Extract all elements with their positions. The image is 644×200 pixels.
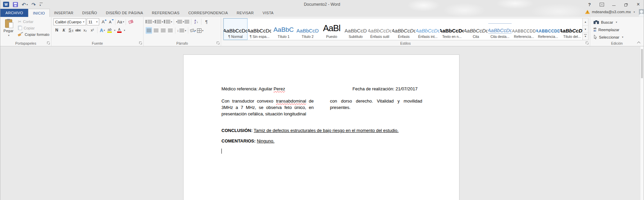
align-center-icon [154, 29, 158, 32]
styles-dialog-launcher[interactable] [585, 41, 589, 45]
vertical-scrollbar[interactable] [640, 46, 644, 200]
paragraph-dialog-launcher[interactable] [216, 41, 220, 45]
subscript-button[interactable]: x₂ [82, 27, 88, 34]
clipboard-group-label: Portapapeles [0, 40, 51, 46]
style-item-8[interactable]: AaBbCcDcÉnfasis [392, 18, 416, 40]
restore-button[interactable] [623, 2, 629, 7]
clipboard-dialog-launcher[interactable] [47, 41, 50, 45]
style-item-4[interactable]: AaBbCcDTítulo 2 [296, 18, 320, 40]
font-size-combobox[interactable]: 11▾ [87, 18, 99, 25]
grow-font-button[interactable]: A [100, 19, 106, 25]
sort-button[interactable]: AZ↓ [193, 18, 199, 25]
scrollbar-thumb[interactable] [641, 49, 643, 78]
tab-correspondencia[interactable]: CORRESPONDENCIA [184, 9, 232, 17]
cut-button[interactable]: ✂Cortar [17, 18, 51, 25]
paste-button[interactable]: Pegar ▾ [0, 17, 17, 40]
multilevel-list-button[interactable]: ▾ [164, 18, 172, 25]
chevron-down-icon[interactable]: ▾ [27, 3, 28, 6]
replace-button[interactable]: abac Reemplazar [594, 26, 644, 33]
ribbon-display-options-button[interactable] [599, 2, 604, 7]
select-button[interactable]: Seleccionar ▾ [594, 34, 644, 40]
style-item-13[interactable]: AABBCCDDReferencia... [512, 18, 536, 40]
style-preview: AaBbCcDc [560, 21, 583, 34]
help-button[interactable]: ? [587, 2, 592, 7]
show-paragraph-marks-button[interactable]: ¶ [203, 18, 210, 25]
tab-dise-o-de-p-gina[interactable]: DISEÑO DE PÁGINA [102, 9, 148, 17]
styles-group: AaBbCcDc¶ NormalAaBbCcDc¶ Sin espa...AaB… [221, 17, 590, 46]
bullets-button[interactable]: ▾ [146, 18, 154, 25]
font-name-combobox[interactable]: Calibri (Cuerpo▾ [53, 18, 86, 25]
tab-archivo[interactable]: ARCHIVO [0, 9, 28, 17]
tab-dise-o[interactable]: DISEÑO [78, 9, 102, 17]
find-button[interactable]: Buscar ▾ [594, 19, 644, 25]
shrink-font-button[interactable]: A [107, 19, 113, 25]
styles-scroll-down-button[interactable]: ▼ [583, 26, 588, 33]
chevron-down-icon: ▾ [634, 10, 635, 14]
reference-text: Médico referencia: Aguilar [221, 86, 274, 91]
clear-formatting-button[interactable] [128, 19, 134, 25]
bold-button[interactable]: N [53, 27, 60, 34]
tab-referencias[interactable]: REFERENCIAS [148, 9, 184, 17]
font-dialog-launcher[interactable] [139, 41, 143, 45]
clipboard-small-buttons: ✂Cortar Copiar Copiar formato [17, 17, 51, 40]
align-right-button[interactable] [160, 27, 166, 34]
style-item-6[interactable]: AaBbCcDSubtítulo [344, 18, 368, 40]
styles-more-button[interactable]: ▼ [583, 33, 588, 40]
style-item-15[interactable]: AaBbCcDcTítulo del... [560, 18, 583, 40]
word-logo-icon[interactable]: W [3, 2, 9, 7]
decrease-indent-button[interactable]: ◂ [176, 18, 182, 25]
minimize-button[interactable] [611, 2, 617, 7]
italic-button[interactable]: K [61, 27, 67, 34]
collapse-ribbon-button[interactable] [637, 41, 641, 44]
tab-inicio[interactable]: INICIO [28, 9, 49, 17]
superscript-button[interactable]: x² [89, 27, 95, 34]
chevron-down-icon: ▾ [171, 20, 172, 23]
style-item-7[interactable]: AaBbCcDcÉnfasis sutil [368, 18, 392, 40]
justify-button[interactable] [167, 27, 173, 34]
style-item-10[interactable]: AaBbCcDcTexto en n... [440, 18, 464, 40]
line-spacing-button[interactable]: ↕▾ [177, 27, 186, 34]
style-item-3[interactable]: AaBbCTítulo 1 [272, 18, 296, 40]
align-left-button[interactable] [146, 27, 152, 34]
change-case-button[interactable]: Aa▾ [117, 19, 124, 25]
style-item-5[interactable]: AaBlPuesto [320, 18, 344, 40]
chevron-down-icon[interactable]: ▾ [8, 34, 9, 37]
strikethrough-button[interactable]: abc [75, 27, 81, 34]
customize-qat-button[interactable]: ▾ [40, 2, 41, 7]
undo-button[interactable]: ↶▾ [22, 2, 28, 7]
borders-button[interactable]: ▾ [197, 27, 203, 34]
paste-icon [5, 19, 12, 28]
tab-revisar[interactable]: REVISAR [232, 9, 258, 17]
style-item-11[interactable]: AaBbCcDcCita [464, 18, 488, 40]
tab-vista[interactable]: VISTA [258, 9, 278, 17]
style-item-2[interactable]: AaBbCcDc¶ Sin espa... [248, 18, 272, 40]
chevron-down-icon: ▾ [185, 29, 186, 32]
copy-button[interactable]: Copiar [17, 25, 51, 31]
close-button[interactable]: × [636, 2, 641, 7]
highlight-color-button[interactable]: ab [106, 27, 113, 34]
style-label: ¶ Sin espa... [250, 35, 269, 39]
tab-insertar[interactable]: INSERTAR [50, 9, 78, 17]
document-page[interactable]: Médico referencia: Aguilar Perez Fecha d… [183, 54, 459, 200]
style-item-12[interactable]: AaBbCcDcCita desta... [488, 18, 512, 40]
account-menu[interactable]: ! mdeanda@s3.com.mx ▾ [585, 10, 635, 14]
save-button[interactable] [13, 2, 18, 7]
text-effects-button[interactable]: A▾ [99, 27, 106, 34]
align-center-button[interactable] [153, 27, 159, 34]
avatar[interactable] [639, 9, 644, 17]
tab-bar: ARCHIVOINICIOINSERTARDISEÑODISEÑO DE PÁG… [0, 9, 278, 17]
font-color-icon [117, 31, 122, 33]
font-color-button[interactable]: A [116, 27, 123, 34]
eraser-icon [128, 20, 133, 24]
format-painter-button[interactable]: Copiar formato [17, 31, 51, 38]
style-item-1[interactable]: AaBbCcDc¶ Normal [223, 18, 248, 40]
numbering-button[interactable]: ▾ [155, 18, 163, 25]
styles-scroll-up-button[interactable]: ▲ [583, 18, 588, 26]
underline-button[interactable]: S▾ [68, 27, 74, 34]
chevron-down-icon: ▾ [123, 20, 124, 23]
style-item-14[interactable]: AABBCCDDReferencia... [536, 18, 560, 40]
style-item-9[interactable]: AaBbCcDcÉnfasis int... [416, 18, 440, 40]
increase-indent-button[interactable]: ▸ [183, 18, 189, 25]
shading-button[interactable]: ▾ [190, 27, 196, 34]
redo-button[interactable]: ↷ [31, 2, 36, 7]
